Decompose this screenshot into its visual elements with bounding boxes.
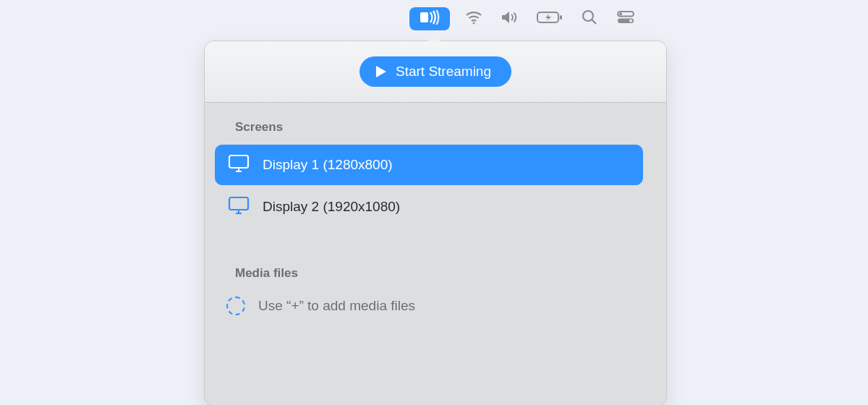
wifi-icon [465, 10, 482, 27]
menubar-wifi[interactable] [463, 8, 485, 30]
svg-rect-0 [420, 12, 428, 22]
svg-point-9 [629, 20, 632, 22]
start-streaming-label: Start Streaming [396, 64, 491, 80]
play-icon [375, 65, 387, 78]
screen-row-1-label: Display 1 (1280x800) [263, 157, 393, 173]
menubar [0, 4, 868, 33]
svg-point-7 [619, 12, 622, 15]
menubar-volume[interactable] [499, 8, 521, 30]
media-title: Media files [235, 266, 644, 281]
screens-title: Screens [235, 120, 644, 135]
menubar-control-center[interactable] [615, 8, 637, 30]
add-media-icon [226, 297, 245, 315]
media-placeholder-row[interactable]: Use “+” to add media files [235, 291, 644, 315]
svg-rect-13 [229, 197, 248, 210]
control-center-icon [617, 11, 634, 27]
screens-section: Screens Display 1 (1280x800) Display 2 (… [205, 103, 666, 227]
cast-icon [420, 10, 440, 27]
panel-header: Start Streaming [205, 41, 666, 103]
media-section: Media files Use “+” to add media files [205, 249, 666, 315]
start-streaming-button[interactable]: Start Streaming [359, 56, 511, 87]
search-icon [582, 9, 597, 28]
volume-icon [501, 10, 519, 27]
svg-line-5 [592, 20, 597, 25]
svg-rect-10 [229, 155, 248, 168]
screen-row-2-label: Display 2 (1920x1080) [263, 199, 400, 215]
battery-charging-icon [537, 11, 563, 27]
svg-rect-3 [560, 15, 562, 20]
screen-row-1[interactable]: Display 1 (1280x800) [215, 145, 643, 185]
streaming-panel: Start Streaming Screens Display 1 (1280x… [204, 40, 667, 405]
media-placeholder-text: Use “+” to add media files [258, 298, 415, 314]
menubar-search[interactable] [579, 8, 600, 30]
panel-pointer [427, 33, 441, 42]
monitor-icon [228, 196, 250, 218]
monitor-icon [228, 154, 250, 176]
svg-point-1 [473, 22, 475, 25]
svg-point-4 [583, 11, 593, 21]
menubar-cast[interactable] [409, 7, 450, 30]
screen-row-2[interactable]: Display 2 (1920x1080) [215, 187, 643, 227]
menubar-battery[interactable] [535, 8, 564, 30]
